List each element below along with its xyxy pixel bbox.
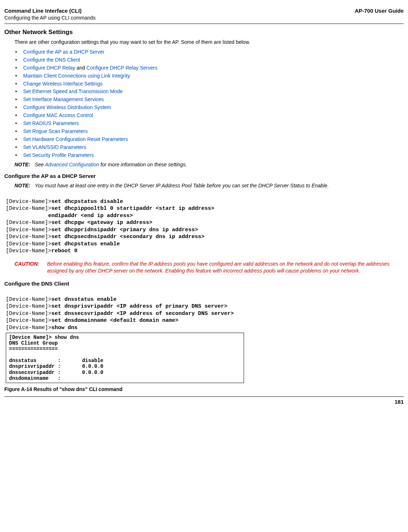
- list-item: Set Hardware Configuration Reset Paramet…: [14, 136, 404, 143]
- section-title: Other Network Settings: [4, 28, 404, 37]
- note-suffix: for more information on these settings.: [99, 162, 187, 167]
- show-dns-result: [Device Name]> show dns DNS Client Group…: [6, 333, 244, 383]
- cli-prompt: [Device-Name]>: [6, 248, 51, 254]
- link-configure-dns-client[interactable]: Configure the DNS Client: [23, 57, 80, 63]
- cli-prompt: [Device-Name]>: [6, 241, 51, 247]
- page-number: 181: [395, 399, 404, 405]
- link-list: Configure the AP as a DHCP Server Config…: [14, 49, 404, 158]
- note-advanced-config: NOTE: See Advanced Configuration for mor…: [14, 161, 404, 168]
- list-item: Set VLAN/SSID Parameters: [14, 144, 404, 151]
- cli-prompt: [Device-Name]>: [6, 227, 51, 233]
- link-rogue-scan[interactable]: Set Rogue Scan Parameters: [23, 128, 88, 134]
- list-item: Set Ethernet Speed and Transmission Mode: [14, 88, 404, 95]
- link-mac-access[interactable]: Configure MAC Access Control: [23, 112, 93, 118]
- note-text: You must have at least one entry in the …: [35, 182, 404, 189]
- note-label: NOTE:: [14, 182, 35, 189]
- link-security-profile[interactable]: Set Security Profile Parameters: [23, 152, 94, 158]
- header-guide: AP-700 User Guide: [355, 7, 404, 14]
- list-item-plain: and: [75, 65, 87, 71]
- list-item: Maintain Client Connections using Link I…: [14, 72, 404, 79]
- dns-client-title: Configure the DNS Client: [4, 280, 404, 287]
- figure-caption: Figure A-14 Results of "show dns" CLI co…: [4, 386, 404, 393]
- cli-cmd: set dhcpgw <gateway ip address>: [51, 220, 152, 226]
- dhcp-body: NOTE: You must have at least one entry i…: [4, 182, 404, 189]
- cli-prompt: [Device-Name]>: [6, 317, 51, 324]
- cli-cmd: set dnsstatus enable: [51, 296, 117, 303]
- link-ethernet-speed[interactable]: Set Ethernet Speed and Transmission Mode: [23, 88, 123, 94]
- section-body: There are other configuration settings t…: [4, 39, 404, 168]
- note-dhcp: NOTE: You must have at least one entry i…: [14, 182, 404, 189]
- caution-text: Before enabling this feature, confirm th…: [47, 261, 404, 274]
- header-title: Command Line Interface (CLI): [4, 7, 96, 14]
- cli-cmd: set dnsprisvripaddr <IP address of prima…: [51, 303, 227, 309]
- link-configure-dhcp-relay[interactable]: Configure DHCP Relay: [23, 65, 75, 71]
- cli-dhcp: [Device-Name]>set dhcpstatus disable [De…: [6, 191, 404, 255]
- cli-cmd: set dhcpstatus disable: [51, 199, 123, 205]
- list-item: Configure the DNS Client: [14, 57, 404, 63]
- cli-cmd: endipaddr <end ip address>: [6, 213, 133, 219]
- header-subtitle: Configuring the AP using CLI commands: [4, 14, 96, 21]
- cli-prompt: [Device-Name]>: [6, 205, 51, 212]
- cli-prompt: [Device-Name]>: [6, 311, 51, 317]
- cli-cmd: show dns: [51, 325, 77, 331]
- link-configure-dhcp-server[interactable]: Configure the AP as a DHCP Server: [23, 49, 104, 55]
- cli-prompt: [Device-Name]>: [6, 199, 51, 205]
- cli-cmd: reboot 0: [51, 248, 77, 254]
- cli-cmd: set dnsdomainname <default domain name>: [51, 317, 178, 324]
- page-footer: 181: [4, 396, 404, 406]
- cli-dns: [Device-Name]>set dnsstatus enable [Devi…: [6, 289, 404, 331]
- cli-cmd: set dhcpstatus enable: [51, 241, 120, 247]
- cli-prompt: [Device-Name]>: [6, 296, 51, 303]
- caution-label: CAUTION:: [14, 261, 47, 274]
- cli-prompt: [Device-Name]>: [6, 325, 51, 331]
- cli-cmd: set dhcpsecdnsipaddr <secondary dns ip a…: [51, 234, 205, 240]
- cli-prompt: [Device-Name]>: [6, 220, 51, 226]
- list-item: Change Wireless Interface Settings: [14, 80, 404, 87]
- cli-prompt: [Device-Name]>: [6, 234, 51, 240]
- header-left: Command Line Interface (CLI) Configuring…: [4, 7, 96, 21]
- section-intro: There are other configuration settings t…: [14, 39, 404, 46]
- list-item: Set Security Profile Parameters: [14, 152, 404, 159]
- list-item: Configure the AP as a DHCP Server: [14, 49, 404, 55]
- list-item: Configure MAC Access Control: [14, 112, 404, 119]
- link-wireless-interface[interactable]: Change Wireless Interface Settings: [23, 81, 102, 87]
- cli-cmd: set dhcpippooltbl 0 startipaddr <start i…: [51, 205, 214, 212]
- link-hardware-reset[interactable]: Set Hardware Configuration Reset Paramet…: [23, 136, 128, 142]
- list-item: Set Rogue Scan Parameters: [14, 128, 404, 135]
- link-link-integrity[interactable]: Maintain Client Connections using Link I…: [23, 73, 130, 79]
- cli-cmd: set dhcppridnsipaddr <primary dns ip add…: [51, 227, 198, 233]
- caution-block: CAUTION: Before enabling this feature, c…: [4, 261, 404, 274]
- link-configure-dhcp-relay-servers[interactable]: Configure DHCP Relay Servers: [87, 65, 157, 71]
- link-advanced-config[interactable]: Advanced Configuration: [45, 162, 99, 167]
- link-interface-management[interactable]: Set Interface Management Services: [23, 96, 104, 102]
- list-item: Configure DHCP Relay and Configure DHCP …: [14, 65, 404, 71]
- note-prefix: See: [35, 162, 45, 167]
- link-wireless-distribution[interactable]: Configure Wireless Distribution System: [23, 104, 111, 110]
- list-item: Configure Wireless Distribution System: [14, 104, 404, 111]
- note-text: See Advanced Configuration for more info…: [35, 161, 404, 168]
- page-header: Command Line Interface (CLI) Configuring…: [4, 7, 404, 24]
- link-radius[interactable]: Set RADIUS Parameters: [23, 120, 79, 126]
- list-item: Set RADIUS Parameters: [14, 120, 404, 127]
- dhcp-server-title: Configure the AP as a DHCP Server: [4, 173, 404, 180]
- cli-prompt: [Device-Name]>: [6, 303, 51, 309]
- link-vlan-ssid[interactable]: Set VLAN/SSID Parameters: [23, 144, 86, 150]
- cli-cmd: set dnssecsvripaddr <IP address of secon…: [51, 311, 234, 317]
- note-label: NOTE:: [14, 161, 35, 168]
- list-item: Set Interface Management Services: [14, 96, 404, 103]
